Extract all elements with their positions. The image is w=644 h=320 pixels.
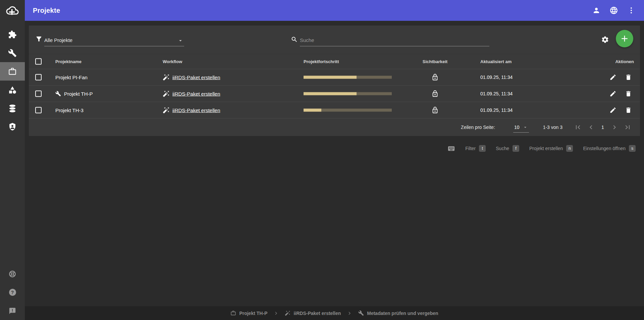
breadcrumb-project[interactable]: Projekt TH-P	[230, 310, 267, 316]
updated-at: 01.09.25, 11:34	[480, 107, 513, 113]
delete-trash-icon[interactable]	[625, 74, 632, 81]
workflow-link[interactable]: iiRDS-Paket erstellen	[172, 75, 220, 80]
briefcase-icon	[8, 67, 17, 76]
next-page-icon[interactable]	[610, 123, 619, 131]
sidebar-item-projects[interactable]	[0, 62, 25, 81]
updated-at: 01.09.25, 11:34	[480, 75, 513, 80]
key-badge: s	[629, 145, 636, 152]
sidebar-item-admin[interactable]	[0, 118, 25, 136]
project-name: Projekt PI-Fan	[55, 75, 88, 80]
project-filter-select[interactable]: Alle Projekte	[44, 34, 184, 46]
key-badge: t	[479, 145, 486, 152]
briefcase-icon	[230, 310, 236, 316]
column-header-visibility[interactable]: Sichtbarkeit	[423, 59, 447, 64]
sidebar-item-extensions[interactable]	[0, 25, 25, 44]
app-logo[interactable]	[0, 0, 25, 21]
plus-icon	[620, 34, 630, 44]
workflow-link[interactable]: iiRDS-Paket erstellen	[172, 107, 220, 113]
wrench-icon	[8, 49, 17, 57]
rows-per-page-value: 10	[514, 125, 520, 130]
pager: 1	[574, 123, 632, 131]
page-number[interactable]: 1	[600, 125, 605, 130]
cloud-plus-logo-icon	[5, 5, 19, 16]
table-row: Projekt PI-Fan iiRDS-Paket erstellen 01.…	[29, 69, 640, 86]
database-icon	[8, 104, 17, 113]
search-icon	[291, 36, 298, 43]
add-project-button[interactable]	[616, 30, 633, 47]
language-globe-icon[interactable]	[609, 6, 618, 15]
pagination-range: 1-3 von 3	[543, 125, 562, 130]
shortcut-label: Einstellungen öffnen	[583, 146, 626, 151]
sidebar-item-feedback[interactable]	[0, 302, 25, 320]
prev-page-icon[interactable]	[587, 123, 595, 131]
sidebar-bottom: ?	[0, 265, 25, 320]
panel-toolbar: Alle Projekte	[29, 26, 640, 54]
project-name: Projekt TH-P	[64, 91, 93, 97]
sidebar-item-categories[interactable]	[0, 81, 25, 99]
edit-pencil-icon[interactable]	[609, 90, 616, 97]
lock-icon	[431, 74, 439, 81]
delete-trash-icon[interactable]	[625, 90, 632, 97]
magic-wand-icon	[163, 90, 170, 97]
lock-icon	[431, 106, 439, 114]
chevron-right-icon	[273, 310, 279, 316]
breadcrumb-label: iiRDS-Paket erstellen	[293, 311, 341, 316]
shortcut-label: Filter	[465, 146, 476, 151]
category-shapes-icon	[8, 86, 17, 94]
table-pagination: Zeilen pro Seite: 10 1-3 von 3 1	[29, 119, 640, 136]
breadcrumb-workflow[interactable]: iiRDS-Paket erstellen	[285, 310, 341, 316]
sidebar-item-data[interactable]	[0, 99, 25, 118]
magic-wand-icon	[163, 74, 170, 81]
support-lifering-icon	[8, 270, 16, 278]
progress-bar	[304, 92, 392, 95]
table-header: Projektname Workflow Projektfortschritt …	[29, 54, 640, 69]
column-header-actions: Aktionen	[615, 59, 634, 64]
shortcut-create-project: Projekt erstellen n	[529, 145, 573, 152]
projects-panel: Alle Projekte Projektname Workflow Proje…	[29, 26, 640, 136]
sidebar-item-help[interactable]: ?	[0, 283, 25, 302]
chevron-down-icon	[523, 125, 528, 130]
feedback-icon	[9, 307, 16, 315]
filter-icon	[35, 35, 43, 43]
statusbar-breadcrumb: Projekt TH-P iiRDS-Paket erstellen Metad…	[25, 306, 644, 320]
chevron-right-icon	[346, 310, 353, 316]
sidebar-item-tools[interactable]	[0, 44, 25, 62]
magic-wand-icon	[163, 107, 170, 114]
edit-pencil-icon[interactable]	[609, 74, 616, 81]
filter-selected-value: Alle Projekte	[44, 37, 72, 43]
first-page-icon[interactable]	[574, 123, 582, 131]
row-checkbox[interactable]	[35, 74, 42, 81]
row-checkbox[interactable]	[35, 107, 42, 113]
column-header-name[interactable]: Projektname	[55, 59, 82, 64]
rows-per-page-select[interactable]: 10	[513, 125, 529, 133]
project-name: Projekt TH-3	[55, 107, 84, 113]
column-header-progress[interactable]: Projektfortschritt	[304, 59, 392, 64]
select-all-checkbox[interactable]	[35, 58, 42, 65]
delete-trash-icon[interactable]	[625, 107, 632, 114]
keyboard-shortcuts-bar: Filter t Suche f Projekt erstellen n Ein…	[447, 142, 636, 154]
updated-at: 01.09.25, 11:34	[480, 91, 513, 96]
puzzle-icon	[8, 30, 17, 39]
workflow-link[interactable]: iiRDS-Paket erstellen	[172, 91, 220, 97]
breadcrumb-label: Metadaten prüfen und vergeben	[367, 311, 438, 316]
sidebar-item-support[interactable]	[0, 265, 25, 283]
edit-pencil-icon[interactable]	[609, 107, 616, 114]
shortcut-search: Suche f	[496, 145, 519, 152]
progress-bar	[304, 76, 392, 79]
column-header-updated[interactable]: Aktualisiert am	[480, 59, 512, 64]
help-icon: ?	[9, 289, 16, 296]
row-checkbox[interactable]	[35, 91, 42, 97]
account-icon[interactable]	[592, 6, 600, 14]
search-input[interactable]	[300, 34, 489, 46]
rows-per-page-label: Zeilen pro Seite:	[461, 125, 495, 130]
last-page-icon[interactable]	[624, 123, 632, 131]
page-title: Projekte	[33, 7, 60, 14]
wrench-icon	[55, 91, 61, 97]
settings-gear-icon[interactable]	[601, 36, 609, 44]
shortcut-open-settings: Einstellungen öffnen s	[583, 145, 636, 152]
table-row: Projekt TH-3 iiRDS-Paket erstellen 01.09…	[29, 102, 640, 119]
column-header-workflow[interactable]: Workflow	[163, 59, 182, 64]
breadcrumb-task[interactable]: Metadaten prüfen und vergeben	[358, 310, 438, 316]
more-vert-icon[interactable]	[627, 6, 635, 14]
table-row: Projekt TH-P iiRDS-Paket erstellen 01.09…	[29, 86, 640, 102]
